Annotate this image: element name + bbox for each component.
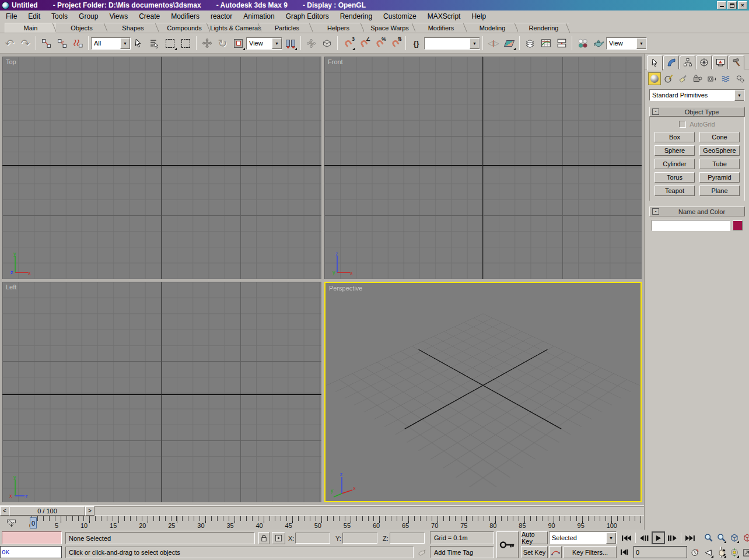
tube-button[interactable]: Tube <box>699 159 740 169</box>
select-and-scale-button[interactable] <box>230 36 246 51</box>
menu-create[interactable]: Create <box>139 12 160 20</box>
zoom-all-button[interactable] <box>715 531 727 544</box>
redo-button[interactable]: ↷ <box>18 36 33 51</box>
viewport-label[interactable]: Front <box>328 58 343 65</box>
render-scene-button[interactable] <box>590 36 606 51</box>
bind-to-space-warp-button[interactable] <box>70 36 86 51</box>
tab-shapes[interactable]: Shapes <box>107 23 159 33</box>
tab-motion[interactable] <box>696 55 712 69</box>
layer-manager-button[interactable] <box>522 36 538 51</box>
viewport-label[interactable]: Top <box>6 58 16 65</box>
maximize-viewport-toggle-button[interactable] <box>741 546 749 559</box>
set-key-button[interactable]: Set Key <box>521 546 548 558</box>
category-helpers[interactable] <box>705 72 718 85</box>
tab-objects[interactable]: Objects <box>56 23 107 33</box>
dropdown-arrow-icon[interactable]: ▼ <box>470 38 480 49</box>
menu-reactor[interactable]: reactor <box>211 12 232 20</box>
object-type-rollout-header[interactable]: - Object Type <box>649 107 745 117</box>
y-coordinate-input[interactable] <box>343 533 377 543</box>
category-geometry[interactable] <box>648 72 661 85</box>
box-button[interactable]: Box <box>654 132 695 142</box>
y-coordinate-field[interactable] <box>342 533 377 544</box>
add-time-tag-field[interactable]: Add Time Tag <box>430 546 494 558</box>
material-editor-button[interactable] <box>575 36 590 51</box>
menu-tools[interactable]: Tools <box>51 12 68 20</box>
track-bar-ruler[interactable]: 0 05 1015 2025 3035 4045 5055 6065 7075 … <box>23 516 642 530</box>
object-color-swatch[interactable] <box>733 220 743 230</box>
render-type-dropdown[interactable]: View ▼ <box>606 37 647 50</box>
tab-modeling[interactable]: Modeling <box>467 23 518 33</box>
key-mode-toggle-button[interactable] <box>619 546 631 558</box>
field-of-view-button[interactable] <box>702 546 715 559</box>
maxscript-macro-recorder[interactable] <box>2 531 62 544</box>
tab-hierarchy[interactable] <box>680 55 695 69</box>
menu-group[interactable]: Group <box>79 12 98 20</box>
dropdown-arrow-icon[interactable]: ▼ <box>272 38 282 49</box>
set-keys-button[interactable] <box>496 531 519 558</box>
go-to-start-button[interactable] <box>620 531 634 544</box>
selection-filter-dropdown[interactable]: All ▼ <box>91 37 131 50</box>
dropdown-arrow-icon[interactable]: ▼ <box>120 38 130 49</box>
spinner-snap-toggle-button[interactable]: ⇅ <box>387 36 403 51</box>
viewport-label[interactable]: Perspective <box>329 285 362 292</box>
go-to-end-button[interactable] <box>683 531 696 544</box>
zoom-extents-button[interactable] <box>728 531 740 544</box>
teapot-button[interactable]: Teapot <box>654 186 695 196</box>
pyramid-button[interactable]: Pyramid <box>699 172 740 183</box>
time-slider-next-button[interactable]: > <box>85 506 94 516</box>
collapse-icon[interactable]: - <box>652 208 659 215</box>
viewport-top[interactable]: Top y x z <box>2 57 321 279</box>
tab-main[interactable]: Main <box>5 23 56 33</box>
menu-views[interactable]: Views <box>109 12 128 20</box>
time-configuration-button[interactable] <box>689 546 701 558</box>
plane-button[interactable]: Plane <box>699 186 740 196</box>
maxscript-mini-listener[interactable]: OK <box>0 546 62 558</box>
menu-animation[interactable]: Animation <box>243 12 274 20</box>
menu-customize[interactable]: Customize <box>383 12 416 20</box>
restore-button[interactable] <box>727 1 737 9</box>
window-crossing-toggle-button[interactable] <box>178 36 194 51</box>
cylinder-button[interactable]: Cylinder <box>654 159 695 169</box>
key-filters-button[interactable]: Key Filters... <box>564 546 617 558</box>
time-slider-handle[interactable]: 0 / 100 <box>9 506 85 516</box>
zoom-button[interactable] <box>702 531 715 544</box>
edit-named-selection-sets-button[interactable]: {} <box>408 36 424 51</box>
undo-button[interactable]: ↶ <box>2 36 18 51</box>
collapse-icon[interactable]: - <box>652 108 659 115</box>
tab-particles[interactable]: Particles <box>261 23 313 33</box>
category-systems[interactable] <box>734 72 747 85</box>
angle-snap-toggle-button[interactable]: ∠ <box>356 36 372 51</box>
menu-file[interactable]: File <box>6 12 17 20</box>
track-bar-frame-indicator[interactable]: 0 <box>30 517 37 528</box>
reference-coordinate-system-dropdown[interactable]: View ▼ <box>246 37 282 50</box>
torus-button[interactable]: Torus <box>654 172 695 183</box>
object-name-input[interactable] <box>652 220 730 230</box>
tab-modify[interactable] <box>663 55 679 69</box>
open-mini-curve-editor-button[interactable] <box>4 517 19 529</box>
pan-view-button[interactable] <box>715 546 727 559</box>
name-and-color-rollout-header[interactable]: - Name and Color <box>649 206 745 216</box>
viewport-left[interactable]: Left y z x <box>2 282 321 502</box>
cone-button[interactable]: Cone <box>699 132 740 142</box>
tab-modifiers[interactable]: Modifiers <box>415 23 467 33</box>
default-tangent-button[interactable] <box>549 546 562 558</box>
tab-space-warps[interactable]: Space Warps <box>364 23 415 33</box>
play-animation-button[interactable] <box>652 531 665 544</box>
tab-helpers[interactable]: Helpers <box>313 23 364 33</box>
zoom-extents-all-button[interactable] <box>741 531 749 544</box>
auto-key-button[interactable]: Auto Key <box>521 531 548 544</box>
curve-editor-button[interactable] <box>538 36 554 51</box>
tab-rendering[interactable]: Rendering <box>518 23 569 33</box>
select-object-button[interactable] <box>131 36 146 51</box>
align-button[interactable] <box>501 36 517 51</box>
select-and-manipulate-button[interactable] <box>303 36 319 51</box>
minimize-button[interactable] <box>717 1 726 9</box>
tab-compounds[interactable]: Compounds <box>159 23 210 33</box>
previous-frame-button[interactable] <box>638 531 651 544</box>
geosphere-button[interactable]: GeoSphere <box>699 145 740 156</box>
select-and-link-button[interactable] <box>38 36 54 51</box>
menu-maxscript[interactable]: MAXScript <box>428 12 461 20</box>
dropdown-arrow-icon[interactable]: ▼ <box>636 38 646 49</box>
viewport-front[interactable]: Front z x y <box>324 57 642 279</box>
object-name-field[interactable] <box>652 220 730 231</box>
